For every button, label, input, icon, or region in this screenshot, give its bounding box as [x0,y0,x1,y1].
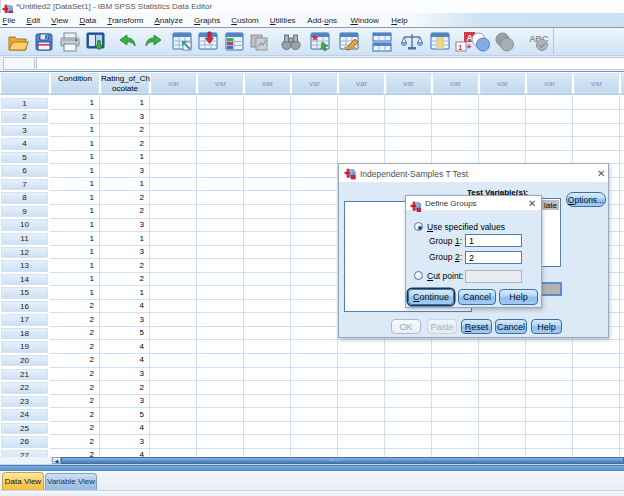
svg-text:1: 1 [458,43,463,52]
svg-text:*: * [312,31,318,48]
